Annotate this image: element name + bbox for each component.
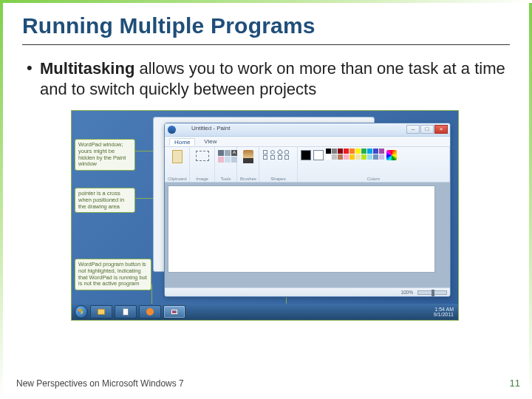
footer-text: New Perspectives on Microsoft Windows 7 — [16, 378, 184, 389]
callout-wordpad-window: WordPad window; yours might be hidden by… — [75, 139, 135, 171]
tab-view[interactable]: View — [200, 138, 221, 145]
eraser-icon[interactable] — [218, 157, 224, 163]
drawing-canvas[interactable] — [168, 185, 435, 273]
color-swatch[interactable] — [367, 154, 372, 160]
zoom-level: 100% — [400, 290, 413, 295]
slide: Running Multiple Programs Multitasking a… — [3, 3, 529, 396]
group-shapes: Shapes — [259, 147, 298, 182]
paste-icon[interactable] — [172, 150, 183, 163]
page-number: 11 — [510, 378, 520, 389]
color-swatch[interactable] — [326, 154, 331, 160]
paint-window: Untitled - Paint – □ × Home View Clipboa… — [164, 123, 451, 297]
desktop-background: WordPad window; yours might be hidden by… — [71, 110, 459, 321]
text-icon[interactable]: A — [231, 150, 237, 156]
paint-icon — [171, 309, 178, 315]
paint-titlebar: Untitled - Paint – □ × — [165, 123, 450, 137]
wordpad-icon — [123, 308, 129, 316]
color-swatch[interactable] — [373, 154, 378, 160]
group-tools: A Tools — [215, 147, 237, 182]
bullet-item: Multitasking allows you to work on more … — [22, 58, 510, 100]
bullet-list: Multitasking allows you to work on more … — [22, 58, 510, 100]
color-swatch[interactable] — [355, 154, 361, 160]
callout-wordpad-button: WordPad program button is not highlighte… — [75, 259, 151, 290]
paint-app-icon — [168, 126, 176, 134]
paint-statusbar: 100% — [165, 287, 450, 296]
color-swatch[interactable] — [367, 149, 372, 154]
color-swatch[interactable] — [361, 154, 366, 160]
color-swatch[interactable] — [355, 149, 361, 154]
folder-icon — [98, 309, 105, 315]
tray-time: 1:54 AM — [434, 307, 454, 312]
tools-grid[interactable]: A — [218, 150, 237, 163]
ribbon-tabs: Home View — [165, 137, 450, 147]
zoom-icon[interactable] — [231, 157, 237, 163]
callout-pointer-cross: pointer is a cross when positioned in th… — [75, 188, 135, 213]
canvas-area — [165, 183, 450, 287]
taskbar-explorer-button[interactable] — [90, 305, 112, 318]
bullet-lead: Multitasking — [40, 59, 134, 78]
maximize-button[interactable]: □ — [420, 125, 434, 134]
color-swatch[interactable] — [349, 149, 355, 154]
color-swatch[interactable] — [338, 149, 343, 154]
brush-icon[interactable] — [243, 150, 253, 163]
select-icon[interactable] — [196, 151, 209, 161]
callout-line — [151, 284, 152, 305]
tray-date: 9/1/2011 — [434, 312, 454, 317]
taskbar-wordpad-button[interactable] — [115, 305, 137, 318]
zoom-slider[interactable] — [417, 290, 447, 295]
edit-colors-icon[interactable] — [386, 150, 397, 160]
group-colors: Colors — [298, 147, 450, 182]
shapes-gallery[interactable] — [262, 150, 294, 160]
tab-home[interactable]: Home — [169, 138, 195, 146]
color2-swatch[interactable] — [313, 150, 324, 160]
fill-icon[interactable] — [225, 150, 231, 156]
window-buttons: – □ × — [406, 125, 448, 134]
start-button[interactable] — [75, 305, 88, 318]
slide-edge-right — [529, 0, 532, 399]
taskbar-media-button[interactable] — [139, 305, 161, 318]
group-brushes: Brushes — [237, 147, 259, 182]
color-swatch[interactable] — [332, 154, 337, 160]
picker-icon[interactable] — [225, 157, 231, 163]
group-image: Image — [190, 147, 215, 182]
color-swatch[interactable] — [373, 149, 378, 154]
color1-swatch[interactable] — [301, 150, 311, 160]
color-swatch[interactable] — [344, 149, 349, 154]
color-swatch[interactable] — [379, 149, 384, 154]
color-swatch[interactable] — [344, 154, 349, 160]
media-icon — [146, 308, 154, 316]
taskbar-paint-button[interactable] — [163, 305, 185, 318]
color-swatch[interactable] — [332, 149, 337, 154]
system-tray[interactable]: 1:54 AM 9/1/2011 — [434, 307, 455, 317]
ribbon: Clipboard Image A — [165, 147, 450, 183]
taskbar: 1:54 AM 9/1/2011 — [72, 304, 458, 320]
color-swatch[interactable] — [361, 149, 366, 154]
minimize-button[interactable]: – — [406, 125, 420, 134]
pencil-icon[interactable] — [218, 150, 224, 156]
screenshot-figure: WordPad window; yours might be hidden by… — [71, 110, 459, 321]
color-swatch[interactable] — [349, 154, 355, 160]
group-clipboard: Clipboard — [165, 147, 190, 182]
slide-title: Running Multiple Programs — [22, 13, 510, 45]
color-palette[interactable] — [326, 149, 384, 160]
color-swatch[interactable] — [338, 154, 343, 160]
close-button[interactable]: × — [434, 125, 448, 134]
color-swatch[interactable] — [379, 154, 384, 160]
paint-title-text: Untitled - Paint — [191, 125, 230, 132]
color-swatch[interactable] — [326, 149, 331, 154]
